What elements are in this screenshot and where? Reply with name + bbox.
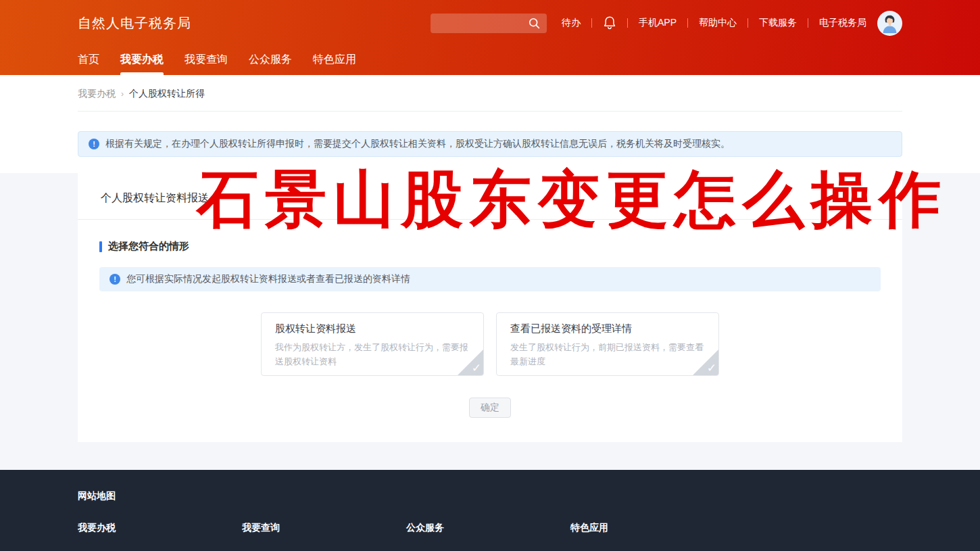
info-icon: ! — [89, 139, 99, 149]
corner-checkmark-icon: ✓ — [693, 350, 718, 375]
page-body: 个人股权转让资料报送 选择您符合的情形 ! 您可根据实际情况发起股权转让资料报送… — [0, 173, 980, 470]
notice-banner: ! 根据有关规定，在办理个人股权转让所得申报时，需要提交个人股权转让相关资料，股… — [78, 131, 902, 157]
notification-bell-icon[interactable] — [603, 16, 616, 30]
option-title: 股权转让资料报送 — [275, 322, 470, 335]
footer-col-title: 我要查询 — [242, 522, 406, 534]
footer-col-featured-apps: 特色应用 — [570, 522, 735, 551]
header-divider — [627, 18, 628, 28]
breadcrumb-section: 我要办税 › 个人股权转让所得 ! 根据有关规定，在办理个人股权转让所得申报时，… — [0, 75, 980, 157]
footer-col-title: 我要办税 — [78, 522, 242, 534]
download-service-link[interactable]: 下载服务 — [759, 17, 797, 29]
search-box[interactable] — [431, 14, 547, 33]
footer-col-query: 我要查询 申报信息查询 — [242, 522, 406, 551]
nav-item-featured-apps[interactable]: 特色应用 — [313, 46, 356, 75]
sitemap-columns: 我要办税 专项附加扣除填报 我要查询 申报信息查询 公众服务 票证查验 特色应用 — [78, 522, 902, 551]
etax-bureau-link[interactable]: 电子税务局 — [819, 17, 866, 29]
hint-text: 您可根据实际情况发起股权转让资料报送或者查看已报送的资料详情 — [126, 273, 410, 285]
notice-text: 根据有关规定，在办理个人股权转让所得申报时，需要提交个人股权转让相关资料，股权受… — [105, 138, 730, 150]
sitemap-title: 网站地图 — [78, 490, 902, 502]
card-title: 个人股权转让资料报送 — [99, 173, 881, 219]
options-row: 股权转让资料报送 我作为股权转让方，发生了股权转让行为，需要报送股权转让资料 ✓… — [99, 312, 881, 376]
header-right-group: 待办 手机APP 帮助中心 下载服务 电子税务局 — [431, 11, 902, 36]
corner-checkmark-icon: ✓ — [458, 350, 483, 375]
header-divider — [808, 18, 808, 28]
breadcrumb: 我要办税 › 个人股权转让所得 — [78, 88, 902, 111]
header-divider — [748, 18, 748, 28]
breadcrumb-divider — [78, 111, 902, 112]
search-input[interactable] — [437, 18, 529, 28]
search-icon[interactable] — [529, 18, 540, 29]
info-icon: ! — [109, 274, 120, 285]
section-label: 选择您符合的情形 — [99, 240, 881, 253]
nav-item-public-service[interactable]: 公众服务 — [249, 46, 292, 75]
main-card: 个人股权转让资料报送 选择您符合的情形 ! 您可根据实际情况发起股权转让资料报送… — [78, 173, 902, 442]
footer-col-title: 特色应用 — [570, 522, 735, 534]
todo-link[interactable]: 待办 — [562, 17, 581, 29]
option-title: 查看已报送资料的受理详情 — [510, 322, 705, 335]
main-nav: 首页 我要办税 我要查询 公众服务 特色应用 — [78, 46, 902, 75]
nav-item-query[interactable]: 我要查询 — [185, 46, 228, 75]
footer-col-tax-handling: 我要办税 专项附加扣除填报 — [78, 522, 242, 551]
header-divider — [591, 18, 592, 28]
breadcrumb-parent[interactable]: 我要办税 — [78, 88, 116, 100]
footer-col-title: 公众服务 — [406, 522, 570, 534]
option-description: 发生了股权转让行为，前期已报送资料，需要查看最新进度 — [510, 340, 705, 369]
mobile-app-link[interactable]: 手机APP — [639, 17, 677, 29]
breadcrumb-current: 个人股权转让所得 — [129, 88, 205, 100]
app-header: 自然人电子税务局 待办 — [0, 0, 980, 75]
header-divider — [687, 18, 688, 28]
user-avatar[interactable] — [877, 11, 902, 36]
option-description: 我作为股权转让方，发生了股权转让行为，需要报送股权转让资料 — [275, 340, 470, 369]
section-label-text: 选择您符合的情形 — [108, 240, 189, 253]
brand-title: 自然人电子税务局 — [78, 14, 191, 32]
hint-banner: ! 您可根据实际情况发起股权转让资料报送或者查看已报送的资料详情 — [99, 267, 881, 291]
section-accent-bar — [99, 241, 102, 252]
header-top-bar: 自然人电子税务局 待办 — [78, 0, 902, 46]
confirm-button[interactable]: 确定 — [469, 398, 511, 418]
page-footer: 网站地图 我要办税 专项附加扣除填报 我要查询 申报信息查询 公众服务 票证查验… — [0, 470, 980, 551]
nav-item-tax-handling[interactable]: 我要办税 — [120, 46, 164, 75]
footer-col-public-service: 公众服务 票证查验 — [406, 522, 570, 551]
option-card-submit-materials[interactable]: 股权转让资料报送 我作为股权转让方，发生了股权转让行为，需要报送股权转让资料 ✓ — [261, 312, 484, 376]
help-center-link[interactable]: 帮助中心 — [699, 17, 737, 29]
card-title-divider — [78, 219, 902, 220]
breadcrumb-separator-icon: › — [121, 89, 124, 99]
nav-item-home[interactable]: 首页 — [78, 46, 99, 75]
option-card-view-progress[interactable]: 查看已报送资料的受理详情 发生了股权转让行为，前期已报送资料，需要查看最新进度 … — [496, 312, 719, 376]
